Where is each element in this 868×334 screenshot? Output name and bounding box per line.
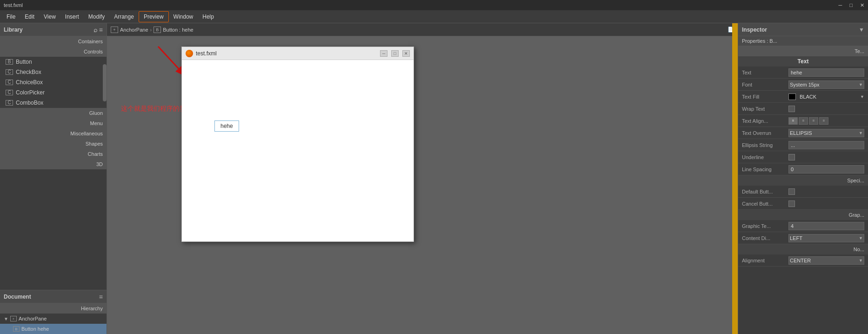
inspector-linespacing-label: Line Spacing	[742, 167, 788, 172]
library-search-icon[interactable]: ⌕	[93, 26, 97, 33]
inspector-underline-row: Underline	[738, 151, 868, 163]
inspector-linespacing-input[interactable]	[788, 165, 864, 174]
inspector-alignment-dropdown[interactable]: CENTER ▼	[788, 256, 864, 265]
inspector-underline-label: Underline	[742, 154, 788, 160]
preview-hehe-button[interactable]: hehe	[214, 120, 239, 132]
breadcrumb-bar: + AnchorPane › B Button : hehe 📄	[107, 23, 738, 36]
section-gluon-label: Gluon	[89, 110, 103, 116]
item-choicebox-label: ChoiceBox	[16, 79, 43, 86]
section-shapes-label: Shapes	[86, 141, 103, 147]
inspector-textoverrun-dropdown[interactable]: ELLIPSIS ▼	[788, 129, 864, 137]
close-btn[interactable]: ✕	[860, 2, 864, 8]
library-config-icon[interactable]: ≡	[99, 26, 103, 33]
item-colorpicker[interactable]: C ColorPicker	[0, 87, 107, 98]
inspector-text-input[interactable]	[788, 68, 864, 77]
preview-close-btn[interactable]: ✕	[402, 50, 410, 57]
inspector-text-section: Te...	[738, 46, 868, 56]
menu-arrange[interactable]: Arrange	[109, 12, 139, 22]
inspector-filter-icon[interactable]: ▼	[859, 27, 864, 33]
button-label: Button hehe	[21, 326, 49, 332]
inspector-cancelbtn-label: Cancel Butt...	[742, 201, 788, 207]
inspector-underline-checkbox[interactable]	[788, 154, 795, 160]
item-checkbox[interactable]: C CheckBox	[0, 67, 107, 77]
inspector-linespacing-row: Line Spacing	[738, 163, 868, 175]
align-left-btn[interactable]: ≡	[788, 117, 798, 125]
colorpicker-icon: C	[6, 90, 13, 95]
inspector-font-row: Font System 15px ▼	[738, 79, 868, 91]
menu-modify[interactable]: Modify	[84, 12, 109, 22]
section-controls-label: Controls	[84, 49, 103, 54]
inspector-title: Inspector	[742, 27, 767, 33]
inspector-header: Inspector ▼	[738, 23, 868, 36]
section-shapes: Shapes	[0, 139, 107, 149]
breadcrumb-separator: ›	[150, 27, 152, 33]
maximize-btn[interactable]: □	[849, 2, 853, 8]
main-layout: Library ⌕ ≡ Containers Controls B Button…	[0, 23, 868, 334]
menu-insert[interactable]: Insert	[60, 12, 84, 22]
preview-window-icon	[186, 50, 193, 57]
font-dropdown-arrow: ▼	[859, 82, 863, 87]
item-combobox[interactable]: C ComboBox	[0, 98, 107, 108]
text-align-group: ≡ ≡ ≡ ≡	[788, 117, 828, 125]
inspector-specific-section: Speci...	[738, 175, 868, 186]
left-panel: Library ⌕ ≡ Containers Controls B Button…	[0, 23, 107, 334]
overrun-dropdown-arrow: ▼	[859, 131, 863, 135]
inspector-textoverrun-label: Text Overrun	[742, 130, 788, 136]
library-header: Library ⌕ ≡	[0, 23, 107, 36]
item-button[interactable]: B Button	[0, 57, 107, 67]
sidebar-scrollbar[interactable]	[103, 64, 107, 101]
breadcrumb-anchorpane[interactable]: AnchorPane	[120, 27, 148, 33]
inspector-textfill-label: Text Fill	[742, 94, 788, 100]
section-menu: Menu	[0, 118, 107, 128]
inspector-cancelbtn-checkbox[interactable]	[788, 200, 795, 207]
hierarchy-anchorpane[interactable]: ▼ + AnchorPane	[0, 314, 107, 324]
inspector-text-label: Te...	[855, 48, 864, 54]
document-title: Document	[4, 294, 31, 300]
breadcrumb-button[interactable]: Button : hehe	[163, 27, 193, 33]
breadcrumb-button-icon: B	[154, 27, 161, 33]
align-right-btn[interactable]: ≡	[809, 117, 818, 125]
textfill-color-swatch[interactable]	[788, 94, 796, 100]
button-icon: B	[6, 59, 13, 65]
inspector-font-label: Font	[742, 82, 788, 87]
item-choicebox[interactable]: C ChoiceBox	[0, 77, 107, 87]
inspector-graphicte-input[interactable]	[788, 222, 864, 230]
menu-view[interactable]: View	[39, 12, 60, 22]
section-controls: Controls	[0, 47, 107, 57]
menu-window[interactable]: Window	[169, 12, 198, 22]
button-node-icon: B	[13, 326, 20, 332]
inspector-ellipsis-input[interactable]	[788, 141, 864, 149]
preview-window[interactable]: test.fxml ─ □ ✕ hehe	[181, 47, 414, 242]
inspector-cancelbtn-row: Cancel Butt...	[738, 198, 868, 210]
section-charts: Charts	[0, 149, 107, 159]
inspector-wraptext-checkbox[interactable]	[788, 106, 795, 112]
canvas-area[interactable]: + AnchorPane › B Button : hehe 📄 这个就是我们程…	[107, 23, 738, 334]
section-gluon: Gluon	[0, 108, 107, 118]
document-config-icon[interactable]: ≡	[99, 293, 103, 301]
align-center-btn[interactable]: ≡	[799, 117, 808, 125]
inspector-specific-label: Speci...	[847, 178, 864, 183]
menu-preview[interactable]: Preview	[139, 11, 169, 22]
align-justify-btn[interactable]: ≡	[819, 117, 828, 125]
section-misc-label: Miscellaneous	[70, 131, 103, 136]
menu-bar: File Edit View Insert Modify Arrange Pre…	[0, 10, 868, 23]
item-combobox-label: ComboBox	[16, 100, 43, 106]
inspector-text-title: Text	[738, 56, 868, 67]
inspector-contentdi-label: Content Di...	[742, 235, 788, 241]
inspector-properties-tab[interactable]: Properties : B...	[738, 36, 868, 46]
inspector-contentdi-row: Content Di... LEFT ▼	[738, 232, 868, 244]
inspector-font-dropdown[interactable]: System 15px ▼	[788, 80, 864, 89]
anchorpane-label: AnchorPane	[19, 316, 47, 321]
menu-help[interactable]: Help	[198, 12, 219, 22]
choicebox-icon: C	[6, 80, 13, 85]
library-title: Library	[4, 27, 23, 33]
minimize-btn[interactable]: ─	[839, 2, 842, 8]
inspector-contentdi-dropdown[interactable]: LEFT ▼	[788, 234, 864, 242]
inspector-defaultbtn-checkbox[interactable]	[788, 188, 795, 195]
preview-maximize-btn[interactable]: □	[391, 50, 399, 57]
menu-edit[interactable]: Edit	[20, 12, 39, 22]
preview-minimize-btn[interactable]: ─	[380, 50, 387, 57]
hierarchy-button[interactable]: B Button hehe	[0, 324, 107, 334]
menu-file[interactable]: File	[2, 12, 20, 22]
inspector-graphicte-row: Graphic Te...	[738, 220, 868, 232]
